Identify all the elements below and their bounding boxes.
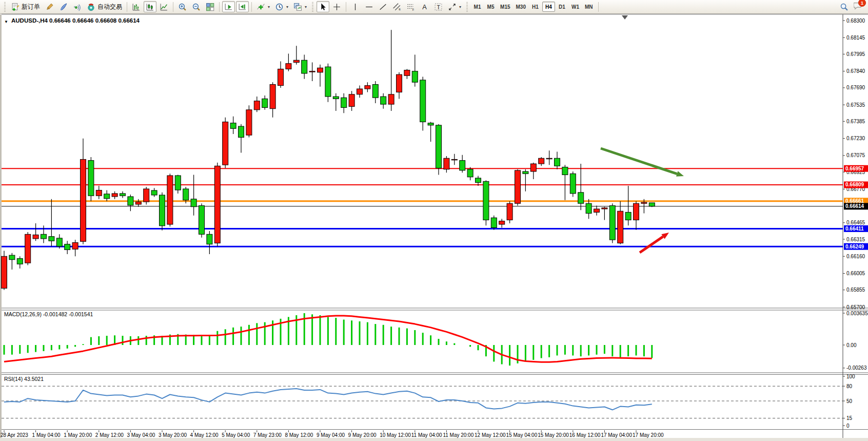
price-tick-label: 0.67385 [846, 119, 865, 124]
time-tick-label: 11 May 04:00 [411, 432, 442, 438]
candle [570, 171, 576, 197]
price-tick-label: 0.67535 [846, 102, 865, 108]
toolbar-separator [173, 2, 173, 12]
timeframe-button-m30[interactable]: M30 [514, 2, 528, 12]
periods-button[interactable]: ▾ [273, 1, 290, 12]
toolbar-separator [219, 2, 220, 12]
candlestick-type-button[interactable] [144, 1, 156, 12]
macd-tick-label: 0.003635 [846, 311, 868, 316]
timeframe-button-m1[interactable]: M1 [471, 2, 484, 12]
time-tick-label: 3 May 20:00 [159, 432, 187, 438]
toolbar-grip [4, 2, 6, 12]
channel-tool-button[interactable]: E [390, 1, 403, 12]
toolbar-grip [466, 2, 468, 12]
chart-shift-icon [238, 3, 247, 11]
crayon-icon [45, 3, 54, 11]
time-tick-label: 5 May 04:00 [222, 432, 250, 438]
toolbar-separator [251, 2, 252, 12]
price-tick-label: 0.67840 [846, 68, 865, 74]
price-tag-0.66249: 0.66249 [844, 243, 868, 250]
time-tick-label: 11 May 20:00 [443, 432, 474, 438]
candle [2, 251, 7, 290]
candle [507, 201, 512, 223]
timeframe-button-h4[interactable]: H4 [542, 2, 555, 12]
price-tick-label: 0.67230 [846, 136, 865, 141]
tile-windows-button[interactable] [204, 1, 216, 12]
timeframe-button-d1[interactable]: D1 [556, 2, 568, 12]
timeframe-button-m5[interactable]: M5 [484, 2, 497, 12]
cursor-tool-button[interactable] [317, 1, 329, 12]
bar-chart-type-button[interactable] [130, 1, 143, 12]
time-tick-label: 7 May 23:00 [253, 432, 282, 438]
chart-profiles-button[interactable]: ▾ [291, 1, 309, 12]
equidistant-channel-icon: E [392, 3, 401, 11]
auto-scroll-icon [224, 3, 233, 11]
text-label-icon: T [434, 3, 443, 11]
symbol-dropdown-icon[interactable]: ▼ [4, 20, 8, 24]
time-tick-label: 3 May 04:00 [127, 432, 155, 438]
horizontal-line-icon [365, 3, 373, 11]
indicators-add-icon [257, 3, 265, 11]
price-tick-label: 0.68145 [846, 35, 865, 41]
chart-shift-button[interactable] [236, 1, 249, 12]
timeframe-button-mn[interactable]: MN [582, 2, 596, 12]
price-tick-label: 0.66160 [846, 254, 865, 259]
zoom-out-button[interactable] [190, 1, 203, 12]
zoom-in-button[interactable] [176, 1, 189, 12]
arrows-tool-button[interactable]: ▾ [446, 1, 463, 12]
svg-text:0.66614: 0.66614 [845, 203, 864, 209]
auto-trading-label: 自动交易 [97, 3, 122, 11]
time-tick-label: 15 May 20:00 [538, 432, 569, 438]
time-tick-label: 2 May 12:00 [95, 432, 124, 438]
new-order-icon [11, 3, 19, 11]
svg-text:E: E [399, 8, 401, 11]
text-label-tool-button[interactable]: T [432, 1, 445, 12]
auto-trading-button[interactable]: 自动交易 [85, 1, 124, 12]
rsi-tick-label: 80 [846, 384, 853, 389]
style-tool-button[interactable] [57, 1, 70, 12]
svg-text:A: A [422, 3, 427, 11]
price-tag-0.66411: 0.66411 [844, 225, 868, 232]
line-chart-type-button[interactable] [157, 1, 170, 12]
search-button[interactable] [838, 1, 851, 12]
time-tick-label: 8 May 12:00 [285, 432, 313, 438]
rsi-tick-label: 100 [846, 374, 855, 379]
macd-tick-label: 0.00 [846, 342, 857, 348]
toolbar-separator [346, 2, 346, 12]
auto-scroll-button[interactable] [222, 1, 235, 12]
crosshair-tool-button[interactable] [330, 1, 343, 12]
rsi-indicator-label: RSI(14) 43.5021 [4, 376, 44, 382]
new-order-button[interactable]: 新订单 [9, 1, 42, 12]
toolbar-grip [312, 2, 313, 12]
toolbar-separator [127, 2, 127, 12]
text-tool-button[interactable]: A [418, 1, 431, 12]
svg-text:0.66411: 0.66411 [845, 226, 864, 232]
vertical-line-tool-button[interactable] [349, 1, 362, 12]
chart-canvas[interactable]: 0.0036350.00-0.00263 1008050150 0.683000… [0, 0, 868, 441]
price-tag-0.66614: 0.66614 [844, 203, 868, 209]
svg-text:0.66249: 0.66249 [845, 244, 864, 250]
timeframe-button-w1[interactable]: W1 [569, 2, 582, 12]
timeframe-button-m15[interactable]: M15 [498, 2, 512, 12]
chart-title: AUDUSD-,H4 0.66646 0.66646 0.66608 0.666… [11, 17, 140, 24]
chevron-down-icon: ▾ [268, 5, 270, 9]
toolbar-right: 1 [838, 1, 866, 12]
trendline-icon [379, 3, 387, 11]
trendline-tool-button[interactable] [377, 1, 389, 12]
broadcast-button[interactable] [71, 1, 84, 12]
new-order-label: 新订单 [22, 3, 40, 11]
indicators-button[interactable]: ▾ [254, 1, 272, 12]
time-tick-label: 4 May 12:00 [190, 432, 219, 438]
notification-badge: 1 [858, 0, 866, 7]
chat-button[interactable]: 1 [854, 1, 863, 12]
fibonacci-tool-button[interactable]: F [404, 1, 417, 12]
timeframe-button-h1[interactable]: H1 [529, 2, 542, 12]
svg-text:0.66809: 0.66809 [845, 182, 864, 187]
candle [214, 163, 220, 246]
price-tick-label: 0.67690 [846, 85, 865, 90]
time-tick-label: 10 May 12:00 [380, 432, 411, 438]
crayon-tool-button[interactable] [43, 1, 56, 12]
candle [515, 169, 521, 206]
candle [436, 124, 442, 175]
horizontal-line-tool-button[interactable] [363, 1, 376, 12]
